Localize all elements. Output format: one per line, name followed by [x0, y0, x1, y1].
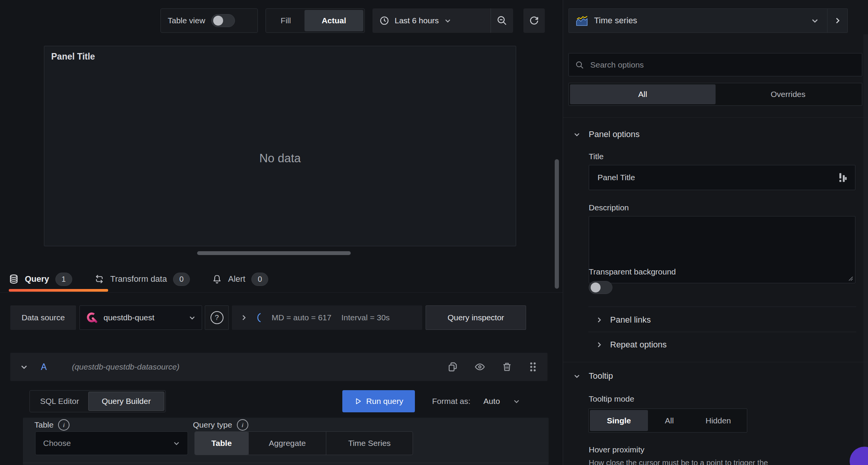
tab-alert[interactable]: Alert 0	[212, 273, 268, 286]
query-type-table[interactable]: Table	[195, 432, 248, 455]
chevron-down-icon	[444, 17, 451, 24]
collapse-chevron-icon[interactable]	[20, 363, 28, 371]
visualization-picker[interactable]: Time series	[568, 8, 848, 33]
timeseries-chart-icon	[576, 15, 588, 26]
toggle-knob	[591, 283, 601, 292]
duplicate-icon[interactable]	[447, 362, 458, 372]
chevron-down-icon[interactable]	[513, 398, 520, 405]
options-search	[568, 53, 862, 76]
chevron-down-icon	[173, 440, 180, 447]
query-type-group: Table Aggregate Time Series	[194, 431, 413, 455]
options-pane: Time series All Overrides Panel options …	[563, 0, 868, 465]
info-icon[interactable]: i	[237, 419, 248, 431]
time-range-label: Last 6 hours	[395, 16, 439, 25]
query-options-row[interactable]: MD = auto = 617 Interval = 30s	[232, 305, 422, 330]
bell-icon	[212, 274, 222, 284]
chevron-down-icon	[811, 17, 819, 24]
table-view-label: Table view	[168, 16, 205, 25]
tooltip-mode-single[interactable]: Single	[590, 410, 648, 431]
divider	[588, 307, 856, 307]
tab-query[interactable]: Query 1	[9, 273, 72, 286]
help-bubble[interactable]	[850, 447, 868, 465]
tooltip-mode-label: Tooltip mode	[589, 394, 634, 404]
panel-options-header[interactable]: Panel options	[573, 126, 640, 143]
trash-icon[interactable]	[502, 362, 512, 372]
table-view-control: Table view	[160, 8, 258, 33]
scrollbar-gutter	[863, 34, 868, 465]
hover-proximity-label: Hover proximity	[589, 445, 645, 454]
repeat-options-section[interactable]: Repeat options	[596, 335, 667, 355]
refresh-button[interactable]	[523, 8, 545, 33]
chevron-right-icon	[596, 341, 602, 348]
divider	[23, 463, 549, 463]
repeat-options-label: Repeat options	[610, 340, 667, 350]
panel-links-label: Panel links	[610, 315, 651, 325]
query-type-aggregate[interactable]: Aggregate	[249, 432, 326, 455]
run-query-button[interactable]: Run query	[342, 390, 415, 412]
query-inspector-button[interactable]: Query inspector	[426, 305, 526, 330]
info-icon[interactable]: i	[58, 419, 70, 431]
sql-editor-mode[interactable]: SQL Editor	[31, 397, 88, 406]
title-field-label: Title	[589, 152, 604, 161]
tooltip-header[interactable]: Tooltip	[573, 368, 613, 384]
divider	[588, 332, 856, 332]
options-filter-tabs: All Overrides	[568, 83, 862, 106]
query-ref-id: A	[41, 362, 47, 372]
table-select[interactable]: Choose	[35, 431, 188, 455]
play-icon	[354, 397, 362, 405]
tab-alert-label: Alert	[228, 274, 245, 284]
panel-title-field	[589, 165, 855, 190]
query-row-actions	[447, 361, 538, 373]
tab-transform-data[interactable]: Transform data 0	[94, 273, 190, 286]
query-type-label-row: Query type i	[193, 419, 248, 431]
filter-tab-overrides[interactable]: Overrides	[716, 84, 861, 104]
divider	[563, 362, 868, 362]
questdb-logo-icon	[86, 312, 98, 324]
tooltip-mode-group: Single All Hidden	[588, 408, 747, 433]
query-builder-mode[interactable]: Query Builder	[88, 392, 164, 411]
time-range-picker: Last 6 hours	[372, 8, 513, 33]
chevron-down-icon	[573, 131, 580, 138]
query-type-time-series[interactable]: Time Series	[326, 432, 413, 455]
datasource-help-button[interactable]: ?	[205, 305, 229, 330]
loading-arc-icon	[257, 312, 262, 323]
clock-icon	[379, 16, 389, 26]
query-builder-body: Table i Query type i Choose Table Aggreg…	[23, 418, 549, 465]
filter-tab-all[interactable]: All	[570, 84, 716, 104]
visualization-name: Time series	[594, 16, 811, 26]
time-range-button[interactable]: Last 6 hours	[372, 8, 491, 33]
horizontal-scrollbar[interactable]	[197, 251, 351, 255]
resize-handle-icon[interactable]	[847, 274, 853, 281]
chevron-right-icon	[240, 314, 247, 321]
query-row-header[interactable]: A (questdb-questdb-datasource)	[10, 353, 547, 381]
tooltip-mode-hidden[interactable]: Hidden	[691, 410, 746, 431]
eye-icon[interactable]	[474, 362, 486, 372]
transparent-background-toggle[interactable]	[589, 281, 612, 294]
table-field-label: Table	[34, 420, 53, 429]
chevron-down-icon	[189, 314, 196, 321]
panel-title[interactable]: Panel Title	[51, 52, 95, 62]
panel-links-section[interactable]: Panel links	[596, 310, 651, 330]
vertical-scrollbar[interactable]	[555, 159, 559, 289]
query-type-label: Query type	[193, 420, 232, 429]
datasource-picker[interactable]: questdb-quest	[79, 305, 202, 330]
fit-mode-fill[interactable]: Fill	[267, 10, 304, 31]
datasource-label: Data source	[10, 305, 76, 330]
refresh-icon	[529, 15, 539, 26]
chevron-right-icon	[834, 17, 841, 24]
transform-icon	[94, 274, 104, 284]
tooltip-mode-all[interactable]: All	[648, 410, 691, 431]
toggle-viz-suggestions-button[interactable]	[828, 9, 847, 32]
format-as-value[interactable]: Auto	[483, 397, 500, 406]
fit-mode-actual[interactable]: Actual	[304, 10, 363, 31]
options-search-input[interactable]	[589, 60, 856, 70]
panel-title-input[interactable]	[597, 173, 838, 182]
zoom-out-button[interactable]	[491, 8, 513, 33]
zoom-out-icon	[497, 15, 507, 26]
template-suggestion-icon[interactable]	[838, 172, 847, 183]
divider	[563, 117, 868, 118]
hover-proximity-description: How close the cursor must be to a point …	[589, 457, 858, 465]
table-view-toggle[interactable]	[211, 14, 235, 27]
drag-handle-icon[interactable]	[528, 361, 538, 373]
max-data-points-summary: MD = auto = 617	[272, 313, 331, 322]
